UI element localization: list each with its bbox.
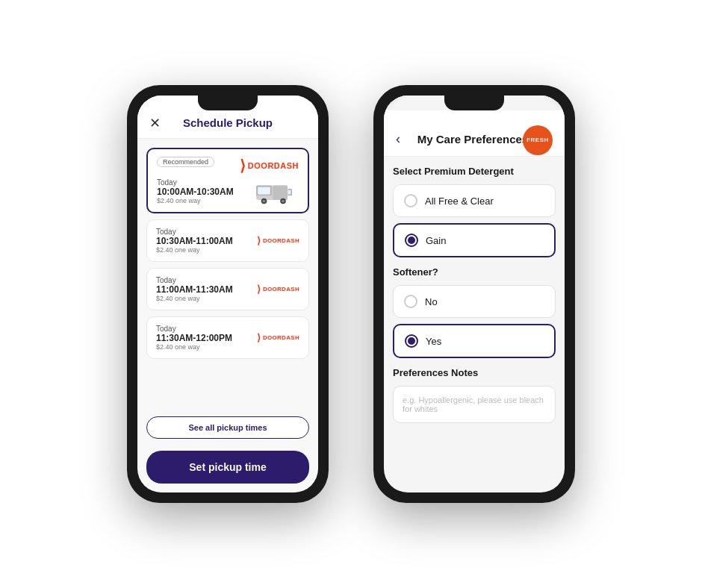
doordash-wordmark-1: DOORDASH — [263, 237, 299, 244]
svg-point-5 — [263, 200, 266, 203]
doordash-logo-1: ⟩ DOORDASH — [257, 235, 299, 246]
phone2-screen: ‹ My Care Preferences FRESH Select Premi… — [384, 96, 565, 492]
recommended-badge: Recommended — [157, 157, 214, 167]
pickup-item-2[interactable]: Today 11:00AM-11:30AM $2.40 one way ⟩ DO… — [146, 268, 309, 310]
doordash-symbol-large: ⟩ — [240, 157, 246, 175]
radio-label-all-free-clear: All Free & Clear — [425, 196, 494, 207]
care-preferences-content: ‹ My Care Preferences FRESH Select Premi… — [384, 96, 565, 492]
pickup-item-row-1: Today 10:30AM-11:00AM $2.40 one way ⟩ DO… — [156, 228, 299, 254]
preferences-notes-section: Preferences Notes e.g. Hypoallergenic, p… — [393, 367, 556, 423]
set-pickup-button[interactable]: Set pickup time — [146, 451, 309, 484]
radio-gain[interactable]: Gain — [393, 223, 556, 257]
doordash-logo-large: ⟩ DOORDASH — [240, 157, 299, 175]
pickup-time-0: 10:00AM-10:30AM — [157, 187, 234, 197]
pickup-item-recommended[interactable]: Recommended ⟩ DOORDASH Today 10:00AM-10:… — [146, 148, 309, 213]
fresh-logo: FRESH — [523, 125, 553, 155]
back-button[interactable]: ‹ — [396, 131, 400, 147]
svg-point-7 — [282, 200, 285, 203]
softener-section-title: Softener? — [393, 266, 556, 278]
pickup-time-info-2: Today 11:00AM-11:30AM $2.40 one way — [156, 276, 233, 302]
radio-circle-all-free-clear — [404, 194, 417, 207]
pickup-list: Recommended ⟩ DOORDASH Today 10:00AM-10:… — [137, 139, 318, 413]
pickup-day-0: Today — [157, 178, 234, 187]
radio-label-gain: Gain — [426, 235, 446, 246]
pickup-item-row-0: Today 10:00AM-10:30AM $2.40 one way — [157, 178, 299, 204]
pickup-day-2: Today — [156, 276, 233, 284]
pickup-item-1[interactable]: Today 10:30AM-11:00AM $2.40 one way ⟩ DO… — [146, 219, 309, 262]
pickup-time-2: 11:00AM-11:30AM — [156, 284, 233, 295]
van-icon — [254, 178, 299, 204]
see-all-button[interactable]: See all pickup times — [146, 416, 309, 439]
pickup-time-1: 10:30AM-11:00AM — [156, 236, 233, 246]
care-body: Select Premium Detergent All Free & Clea… — [384, 157, 565, 492]
radio-circle-gain — [405, 234, 418, 247]
pickup-item-row-3: Today 11:30AM-12:00PM $2.40 one way ⟩ DO… — [156, 325, 299, 351]
care-header: ‹ My Care Preferences FRESH — [384, 110, 565, 157]
pickup-price-0: $2.40 one way — [157, 197, 234, 204]
doordash-symbol-2: ⟩ — [257, 284, 261, 295]
pickup-time-info-3: Today 11:30AM-12:00PM $2.40 one way — [156, 325, 232, 351]
doordash-wordmark-large: DOORDASH — [248, 161, 299, 170]
notch-1 — [198, 96, 258, 110]
doordash-logo-3: ⟩ DOORDASH — [257, 332, 299, 343]
radio-circle-no — [404, 295, 417, 308]
pickup-price-1: $2.40 one way — [156, 246, 233, 254]
pickup-price-3: $2.40 one way — [156, 343, 232, 351]
radio-no[interactable]: No — [393, 285, 556, 318]
notes-section-title: Preferences Notes — [393, 367, 556, 378]
pickup-title: Schedule Pickup — [183, 116, 273, 129]
svg-rect-9 — [288, 190, 291, 195]
radio-label-no: No — [425, 296, 438, 307]
notch-2 — [444, 96, 504, 110]
pickup-price-2: $2.40 one way — [156, 295, 233, 302]
notes-input[interactable]: e.g. Hypoallergenic, please use bleach f… — [393, 386, 556, 423]
radio-label-yes: Yes — [426, 336, 441, 347]
doordash-wordmark-3: DOORDASH — [263, 334, 299, 341]
phone-schedule-pickup: ✕ Schedule Pickup Recommended ⟩ DOORDASH — [127, 85, 329, 503]
doordash-symbol-3: ⟩ — [257, 332, 261, 343]
pickup-item-row-2: Today 11:00AM-11:30AM $2.40 one way ⟩ DO… — [156, 276, 299, 302]
phone1-screen: ✕ Schedule Pickup Recommended ⟩ DOORDASH — [137, 96, 318, 492]
pickup-day-1: Today — [156, 228, 233, 236]
detergent-section-title: Select Premium Detergent — [393, 166, 556, 177]
pickup-time-info-1: Today 10:30AM-11:00AM $2.40 one way — [156, 228, 233, 254]
detergent-section: Select Premium Detergent All Free & Clea… — [393, 166, 556, 257]
phone-care-preferences: ‹ My Care Preferences FRESH Select Premi… — [373, 85, 575, 503]
softener-section: Softener? No Yes — [393, 266, 556, 358]
doordash-wordmark-2: DOORDASH — [263, 286, 299, 293]
radio-yes[interactable]: Yes — [393, 324, 556, 358]
doordash-logo-2: ⟩ DOORDASH — [257, 284, 299, 295]
pickup-item-3[interactable]: Today 11:30AM-12:00PM $2.40 one way ⟩ DO… — [146, 316, 309, 359]
pickup-day-3: Today — [156, 325, 232, 333]
radio-circle-yes — [405, 334, 418, 348]
scene: ✕ Schedule Pickup Recommended ⟩ DOORDASH — [0, 0, 702, 588]
svg-rect-2 — [258, 187, 270, 195]
pickup-time-3: 11:30AM-12:00PM — [156, 333, 232, 343]
doordash-symbol-1: ⟩ — [257, 235, 261, 246]
pickup-time-info-0: Today 10:00AM-10:30AM $2.40 one way — [157, 178, 234, 204]
svg-rect-3 — [273, 186, 288, 201]
close-button[interactable]: ✕ — [149, 115, 161, 131]
schedule-pickup-content: ✕ Schedule Pickup Recommended ⟩ DOORDASH — [137, 96, 318, 492]
radio-all-free-clear[interactable]: All Free & Clear — [393, 184, 556, 217]
fresh-text: FRESH — [526, 137, 549, 144]
